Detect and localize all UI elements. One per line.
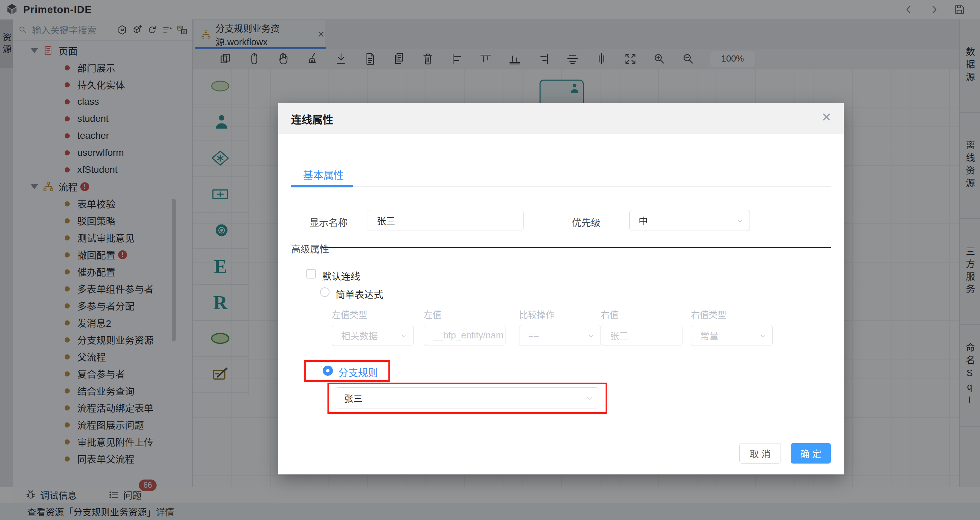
expr-label-右值: 右值 bbox=[601, 308, 619, 320]
tab-separator-line bbox=[291, 186, 831, 187]
cancel-button[interactable]: 取 消 bbox=[739, 443, 781, 463]
advanced-section-line bbox=[322, 247, 831, 248]
expr-input-左值[interactable]: __bfp_entity/nam bbox=[424, 325, 506, 346]
simple-expression-radio[interactable] bbox=[320, 287, 329, 297]
simple-expression-label: 简单表达式 bbox=[336, 287, 383, 301]
display-name-input[interactable]: 张三 bbox=[368, 210, 523, 231]
expr-input-右值[interactable]: 张三 bbox=[601, 325, 682, 346]
chevron-down-icon bbox=[759, 332, 767, 340]
expr-select-左值类型[interactable]: 相关数据 bbox=[332, 325, 414, 346]
annotation-box-select bbox=[328, 383, 607, 414]
default-line-label: 默认连线 bbox=[322, 269, 360, 282]
priority-select[interactable]: 中 bbox=[629, 210, 750, 231]
default-line-checkbox[interactable] bbox=[306, 269, 316, 279]
chevron-down-icon bbox=[736, 217, 744, 225]
primeton-ide-window: Primeton-IDE 资源 输入关键字搜索 AIEn文 页面部门展示持久化实… bbox=[0, 0, 980, 520]
expr-label-左值: 左值 bbox=[424, 308, 441, 320]
field-value: 相关数据 bbox=[341, 329, 378, 342]
expr-select-比较操作[interactable]: == bbox=[519, 325, 601, 346]
expr-select-右值类型[interactable]: 常量 bbox=[691, 325, 773, 346]
field-value: == bbox=[528, 330, 539, 341]
expr-label-右值类型: 右值类型 bbox=[691, 308, 726, 320]
display-name-label: 显示名称 bbox=[309, 215, 348, 229]
confirm-button[interactable]: 确 定 bbox=[791, 443, 831, 463]
field-value: 常量 bbox=[700, 329, 719, 342]
chevron-down-icon bbox=[587, 332, 595, 340]
dialog-close-icon[interactable]: ✕ bbox=[821, 111, 832, 124]
dialog-title: 连线属性 bbox=[291, 111, 333, 127]
edge-properties-dialog: 连线属性 ✕ 基本属性 显示名称 张三 优先级 中 高级属性 默认连线 简单表达… bbox=[278, 103, 844, 474]
priority-label: 优先级 bbox=[572, 215, 600, 229]
advanced-section-label: 高级属性 bbox=[291, 242, 329, 255]
dialog-header: 连线属性 ✕ bbox=[278, 103, 844, 134]
chevron-down-icon bbox=[399, 332, 408, 340]
tab-active-underline bbox=[291, 185, 353, 187]
tab-basic-properties[interactable]: 基本属性 bbox=[303, 167, 344, 182]
annotation-box-radio bbox=[304, 360, 390, 382]
field-value: __bfp_entity/nam bbox=[433, 330, 503, 341]
expr-label-左值类型: 左值类型 bbox=[332, 308, 367, 320]
expr-label-比较操作: 比较操作 bbox=[519, 308, 555, 320]
field-value: 张三 bbox=[610, 329, 628, 342]
